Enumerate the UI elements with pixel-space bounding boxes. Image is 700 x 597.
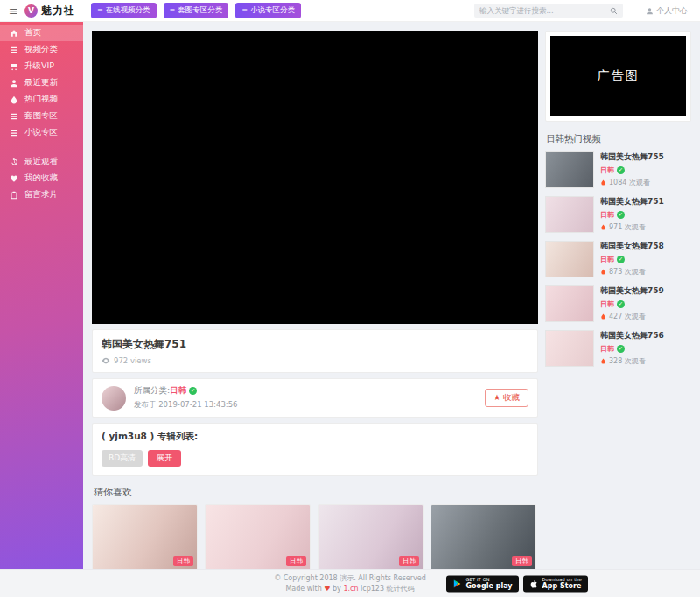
sidebar-divider — [0, 141, 83, 153]
sidebar-item-hot-videos[interactable]: 热门视频 — [0, 91, 83, 108]
category-link[interactable]: 日韩 — [600, 299, 614, 309]
nav-button-video-categories[interactable]: ≡在线视频分类 — [91, 3, 157, 18]
video-thumbnail[interactable]: 日韩 — [93, 505, 197, 569]
ad-banner[interactable]: 广告图 — [550, 36, 686, 116]
sidebar-item-video-categories[interactable]: 视频分类 — [0, 41, 83, 58]
video-title[interactable]: 韩国美女热舞755 — [600, 151, 664, 163]
search-icon[interactable] — [610, 7, 618, 15]
video-thumbnail[interactable] — [545, 196, 594, 233]
playlist-heading: ( yjm3u8 ) 专辑列表: — [102, 431, 528, 443]
logo-text[interactable]: 魅力社 — [41, 4, 75, 18]
hamburger-menu-icon[interactable]: ≡ — [9, 5, 18, 17]
fire-icon — [600, 268, 606, 276]
nav-button-photo-categories[interactable]: ≡套图专区分类 — [164, 3, 229, 18]
video-card[interactable]: 日韩 韩国美女热舞755 日韩 ✓ 1084 次观看 2019-07 — [430, 504, 536, 569]
hot-video-info: 韩国美女热舞759 日韩 ✓ 427 次观看 — [600, 285, 664, 322]
video-title[interactable]: 韩国美女热舞756 — [600, 330, 664, 341]
verified-icon: ✓ — [189, 387, 197, 395]
hot-video-item[interactable]: 韩国美女热舞755 日韩 ✓ 1084 次观看 — [545, 151, 691, 188]
nav-button-novel-categories[interactable]: ≡小说专区分类 — [235, 3, 301, 18]
video-card[interactable]: 日韩 韩国美女热舞756 日韩 ✓ 328 次观看 2019-07- — [205, 504, 311, 569]
verified-icon: ✓ — [617, 211, 625, 219]
history-icon — [10, 158, 18, 166]
ad-text: 广告图 — [598, 68, 640, 84]
user-icon — [646, 7, 654, 15]
video-thumbnail[interactable] — [545, 330, 594, 367]
category-link[interactable]: 日韩 — [600, 344, 614, 354]
category-link[interactable]: 日韩 — [600, 255, 614, 264]
video-thumbnail[interactable] — [545, 241, 594, 277]
sidebar-item-recently-watched[interactable]: 最近观看 — [0, 153, 83, 170]
list-icon: ≡ — [242, 7, 248, 14]
sidebar-item-label: 首页 — [24, 27, 41, 39]
hot-video-item[interactable]: 韩国美女热舞759 日韩 ✓ 427 次观看 — [545, 285, 691, 322]
sidebar-item-photo-zone[interactable]: 套图专区 — [0, 108, 83, 124]
sidebar-item-upgrade-vip[interactable]: 升级VIP — [0, 58, 83, 74]
copyright-line: © Copyright 2018 演示. All Rights Reserved — [274, 573, 426, 584]
google-play-badge[interactable]: GET IT ONGoogle play — [446, 575, 518, 592]
category-link[interactable]: 日韩 — [170, 385, 186, 397]
nav-button-label: 在线视频分类 — [106, 5, 150, 16]
category-label: 所属分类: — [134, 385, 170, 397]
made-with-line: Made with ♥ by 1.cn icp123 统计代码 — [285, 584, 414, 594]
sidebar-item-my-favorites[interactable]: 我的收藏 — [0, 170, 83, 186]
search-input[interactable] — [480, 6, 610, 15]
uploader-avatar[interactable] — [102, 386, 126, 411]
quality-button[interactable]: BD高清 — [102, 450, 143, 467]
cart-icon — [10, 62, 18, 71]
sidebar-item-label: 最近观看 — [24, 156, 58, 167]
hot-video-item[interactable]: 韩国美女热舞751 日韩 ✓ 971 次观看 — [545, 196, 691, 233]
video-title-card: 韩国美女热舞751 972 views — [92, 329, 538, 373]
hot-videos-list: 韩国美女热舞755 日韩 ✓ 1084 次观看 — [545, 151, 691, 367]
verified-icon: ✓ — [617, 166, 625, 174]
expand-button[interactable]: 展开 — [148, 450, 181, 467]
hot-video-item[interactable]: 韩国美女热舞758 日韩 ✓ 873 次观看 — [545, 241, 691, 277]
sidebar-item-home[interactable]: 首页 — [0, 25, 83, 41]
video-title: 韩国美女热舞751 — [102, 337, 528, 352]
publish-date: 发布于 2019-07-21 13:43:56 — [134, 400, 237, 411]
sidebar-item-request-video[interactable]: 留言求片 — [0, 186, 83, 203]
uploader-meta: 所属分类: 日韩 ✓ 发布于 2019-07-21 13:43:56 — [134, 385, 237, 411]
video-player[interactable] — [92, 31, 538, 324]
app-store-badge[interactable]: Download on theApp Store — [523, 575, 588, 592]
video-title[interactable]: 韩国美女热舞751 — [600, 196, 664, 207]
video-thumbnail[interactable] — [545, 151, 594, 188]
favorite-button[interactable]: ★ 收藏 — [485, 389, 528, 407]
user-icon — [10, 79, 18, 88]
ad-card: 广告图 — [545, 31, 691, 122]
sidebar-item-label: 升级VIP — [24, 60, 54, 72]
video-thumbnail[interactable]: 日韩 — [431, 505, 536, 569]
views-count: 427 次观看 — [609, 312, 646, 321]
page-content: 韩国美女热舞751 972 views 所属分类: 日韩 ✓ 发布于 2019-… — [83, 22, 700, 569]
video-title[interactable]: 韩国美女热舞759 — [600, 285, 664, 297]
badge-store-text: Google play — [466, 582, 512, 590]
footer-link[interactable]: 1.cn — [343, 585, 358, 593]
video-card[interactable]: 日韩 韩国美女热舞751 日韩 ✓ 971 次观看 2019-07- — [318, 504, 424, 569]
video-thumbnail[interactable]: 日韩 — [318, 505, 423, 569]
video-thumbnail[interactable] — [545, 285, 594, 322]
favorite-label: 收藏 — [503, 392, 520, 404]
views-count: 873 次观看 — [609, 267, 646, 277]
user-center-link[interactable]: 个人中心 — [646, 5, 688, 17]
fire-icon — [600, 179, 606, 186]
video-views: 972 views — [102, 356, 528, 365]
sidebar-item-recent-updates[interactable]: 最近更新 — [0, 74, 83, 91]
badge-store-text: App Store — [542, 582, 582, 590]
logo-letter: V — [28, 6, 34, 15]
verified-icon: ✓ — [617, 345, 625, 353]
category-link[interactable]: 日韩 — [600, 165, 614, 175]
hot-video-info: 韩国美女热舞756 日韩 ✓ 328 次观看 — [600, 330, 664, 367]
list-icon — [10, 112, 18, 121]
category-link[interactable]: 日韩 — [600, 210, 614, 220]
app-badges: GET IT ONGoogle play Download on theApp … — [446, 575, 588, 592]
home-icon — [10, 29, 18, 38]
video-thumbnail[interactable]: 日韩 — [206, 505, 310, 569]
sidebar-item-label: 热门视频 — [24, 94, 58, 105]
video-card[interactable]: 日韩 韩国美女热舞758 日韩 ✓ 873 次观看 2019-07- — [92, 504, 198, 569]
sidebar-item-novel-zone[interactable]: 小说专区 — [0, 124, 83, 141]
category-badge: 日韩 — [399, 556, 419, 566]
hot-video-item[interactable]: 韩国美女热舞756 日韩 ✓ 328 次观看 — [545, 330, 691, 367]
logo-icon[interactable]: V — [24, 4, 38, 18]
list-icon: ≡ — [97, 7, 103, 14]
video-title[interactable]: 韩国美女热舞758 — [600, 241, 664, 252]
